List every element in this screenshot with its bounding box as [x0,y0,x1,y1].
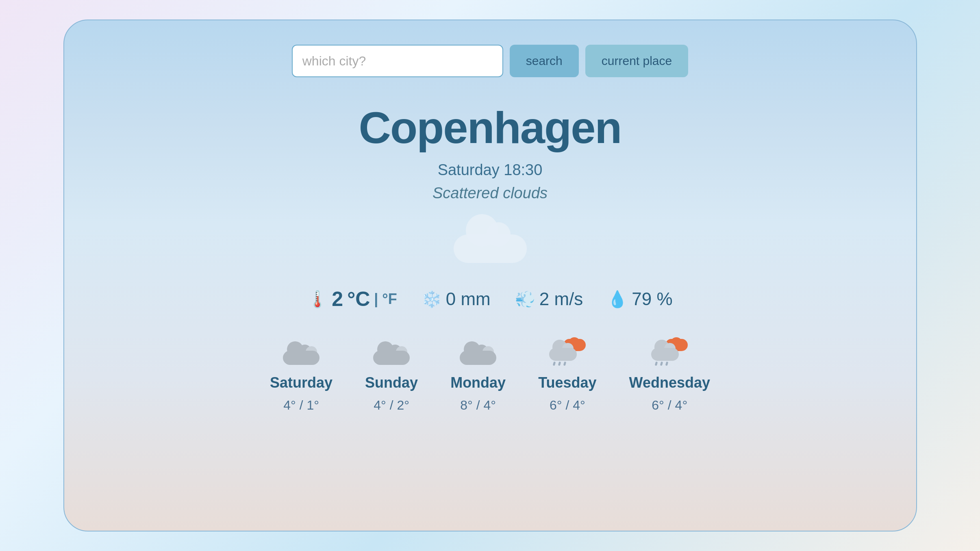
search-area: search current place [292,45,688,77]
precipitation-value: 0 mm [446,289,491,309]
search-button[interactable]: search [510,45,579,77]
city-search-input[interactable] [292,45,503,77]
thermometer-icon: 🌡️ [307,290,328,309]
tuesday-label: Tuesday [538,374,596,391]
tuesday-icon [547,335,588,368]
wednesday-icon [649,335,690,368]
stats-row: 🌡️ 2 °C | °F ❄️ 0 mm 💨 2 m/s 💧 79 % [307,287,672,311]
weather-description: Scattered clouds [432,184,548,202]
wind-stat: 💨 2 m/s [515,289,583,309]
precipitation-stat: ❄️ 0 mm [422,289,491,309]
wind-value: 2 m/s [539,289,583,309]
main-weather-icon [445,214,535,271]
temp-unit-toggle[interactable]: | °F [374,291,397,308]
temperature-display: 🌡️ 2 °C | °F [307,287,397,311]
sunday-temps: 4° / 2° [374,398,409,413]
sunday-icon [371,335,412,368]
monday-temps: 8° / 4° [460,398,496,413]
humidity-icon: 💧 [607,290,628,309]
forecast-monday: Monday 8° / 4° [450,335,506,413]
forecast-row: Saturday 4° / 1° Sunday 4° / 2° Monday 8… [97,335,884,413]
saturday-label: Saturday [270,374,332,391]
saturday-icon [281,335,322,368]
monday-label: Monday [450,374,506,391]
forecast-wednesday: Wednesday 6° / 4° [629,335,710,413]
tuesday-temps: 6° / 4° [550,398,585,413]
monday-icon [458,335,498,368]
temp-unit: °C [347,287,370,311]
wind-icon: 💨 [515,290,535,309]
saturday-temps: 4° / 1° [283,398,319,413]
forecast-tuesday: Tuesday 6° / 4° [538,335,596,413]
temperature-value: 2 [332,287,343,311]
datetime-display: Saturday 18:30 [438,161,543,179]
city-name: Copenhagen [359,102,621,153]
precipitation-icon: ❄️ [422,290,442,309]
wednesday-temps: 6° / 4° [652,398,687,413]
humidity-stat: 💧 79 % [607,289,672,309]
app-container: search current place Copenhagen Saturday… [63,20,917,531]
forecast-sunday: Sunday 4° / 2° [365,335,418,413]
forecast-saturday: Saturday 4° / 1° [270,335,332,413]
wednesday-label: Wednesday [629,374,710,391]
current-place-button[interactable]: current place [585,45,688,77]
sunday-label: Sunday [365,374,418,391]
humidity-value: 79 % [632,289,672,309]
